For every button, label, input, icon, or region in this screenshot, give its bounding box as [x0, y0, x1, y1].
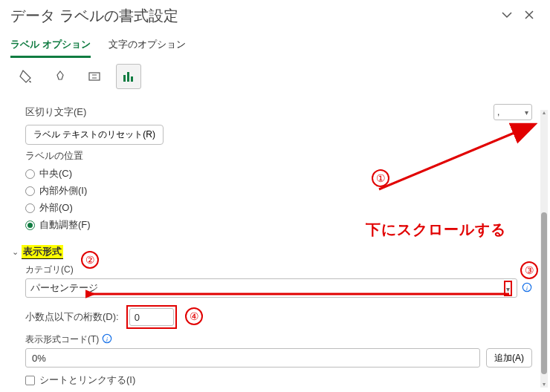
radio-center[interactable]: 中央(C): [25, 167, 532, 180]
separator-label: 区切り文字(E): [25, 105, 86, 119]
size-properties-icon[interactable]: [82, 64, 107, 89]
separator-select[interactable]: , ▾: [494, 104, 532, 120]
collapse-icon[interactable]: [501, 9, 513, 23]
chevron-down-icon: ▾: [525, 108, 528, 117]
close-icon[interactable]: [523, 9, 535, 23]
svg-rect-3: [127, 72, 129, 82]
vertical-scrollbar[interactable]: ▴ ▾: [540, 110, 548, 388]
link-to-source-label: シートとリンクする(I): [39, 373, 135, 387]
tab-text-options[interactable]: 文字のオプション: [109, 33, 186, 58]
svg-rect-4: [131, 76, 133, 82]
info-icon[interactable]: i: [102, 333, 112, 346]
radio-inside-end[interactable]: 内部外側(I): [25, 184, 532, 197]
category-dropdown[interactable]: パーセンテージ ▾: [25, 278, 517, 298]
svg-marker-0: [57, 71, 63, 79]
add-format-button[interactable]: 追加(A): [486, 348, 532, 368]
panel-title: データ ラベルの書式設定: [10, 6, 178, 26]
reset-label-text-button[interactable]: ラベル テキストのリセット(R): [25, 125, 164, 145]
link-to-source-checkbox[interactable]: [25, 376, 35, 385]
label-options-icon[interactable]: [116, 64, 141, 89]
format-code-input[interactable]: 0%: [25, 348, 480, 368]
category-label: カテゴリ(C): [25, 264, 532, 276]
svg-rect-2: [123, 75, 126, 82]
decimals-label: 小数点以下の桁数(D):: [25, 310, 119, 324]
decimals-input[interactable]: 0: [129, 308, 174, 326]
radio-best-fit[interactable]: 自動調整(F): [25, 218, 532, 232]
scroll-down-icon[interactable]: ▾: [540, 382, 548, 388]
category-value: パーセンテージ: [30, 281, 98, 295]
svg-text:i: i: [526, 284, 528, 291]
chevron-down-icon: ▾: [506, 285, 510, 293]
svg-rect-1: [89, 73, 100, 80]
scrollbar-thumb[interactable]: [541, 212, 547, 374]
separator-value: ,: [497, 107, 499, 117]
info-icon[interactable]: i: [522, 282, 532, 295]
radio-outside[interactable]: 外部(O): [25, 201, 532, 215]
tab-label-options[interactable]: ラベル オプション: [10, 33, 91, 58]
fill-line-icon[interactable]: [13, 64, 39, 89]
scroll-up-icon[interactable]: ▴: [540, 110, 548, 116]
section-chevron-icon[interactable]: ⌄: [12, 247, 19, 257]
number-format-section-title[interactable]: 表示形式: [22, 245, 63, 259]
effects-icon[interactable]: [48, 64, 73, 89]
svg-text:i: i: [106, 336, 109, 343]
label-position-heading: ラベルの位置: [25, 149, 83, 163]
format-code-label: 表示形式コード(T) i: [25, 333, 532, 346]
